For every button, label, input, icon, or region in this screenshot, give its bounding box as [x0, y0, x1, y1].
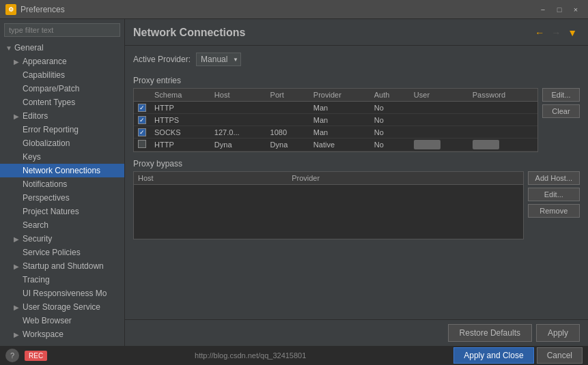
proxy-cell: No [370, 126, 410, 138]
sidebar-item-network-connections[interactable]: Network Connections [0, 164, 124, 177]
proxy-cell [468, 126, 537, 138]
proxy-bypass-section: Proxy bypass HostProvider Add Host... Ed… [133, 159, 580, 239]
status-left: ? REC [5, 349, 47, 362]
proxy-cell [468, 114, 537, 126]
sidebar-item-label: Notifications [23, 179, 67, 189]
proxy-cell: No [370, 138, 410, 151]
proxy-cell: Man [309, 126, 370, 138]
proxy-col-header: Provider [309, 89, 370, 102]
sidebar-item-search[interactable]: Search [0, 218, 124, 232]
proxy-checkbox-cell [134, 114, 150, 126]
apply-close-button[interactable]: Apply and Close [453, 347, 533, 364]
title-bar-title: Preferences [20, 5, 532, 14]
sidebar-item-label: General [14, 43, 44, 53]
active-provider-row: Active Provider: DirectManualNative [133, 53, 580, 66]
sidebar-item-web-browser[interactable]: Web Browser [0, 314, 124, 327]
sidebar-item-keys[interactable]: Keys [0, 150, 124, 164]
sidebar-item-appearance[interactable]: ▶Appearance [0, 55, 124, 68]
proxy-cell: ████ [468, 138, 537, 151]
proxy-entries-table: SchemaHostPortProviderAuthUserPasswordHT… [134, 89, 537, 151]
proxy-cell [266, 102, 309, 114]
sidebar-item-security[interactable]: ▶Security [0, 232, 124, 246]
proxy-checkbox-cell [134, 138, 150, 151]
list-item [134, 209, 523, 222]
minimize-button[interactable]: − [536, 4, 550, 15]
proxy-checkbox[interactable] [138, 140, 146, 148]
proxy-checkbox-cell [134, 102, 150, 114]
proxy-side-buttons: Edit... Clear [542, 88, 580, 152]
sidebar-item-globalization[interactable]: Globalization [0, 136, 124, 150]
sidebar-item-workspace[interactable]: ▶Workspace [0, 327, 124, 341]
table-row[interactable]: HTTPDynaDynaNativeNo████████ [134, 138, 537, 151]
proxy-bypass-table-wrapper: HostProvider [133, 171, 524, 239]
sidebar-item-label: Capabilities [23, 70, 65, 80]
edit-proxy-button[interactable]: Edit... [542, 88, 580, 102]
sidebar-item-perspectives[interactable]: Perspectives [0, 191, 124, 205]
proxy-cell [410, 126, 468, 138]
proxy-cell [266, 114, 309, 126]
main-container: ▼General▶AppearanceCapabilitiesCompare/P… [0, 19, 588, 365]
proxy-checkbox[interactable] [138, 104, 146, 112]
sidebar-item-capabilities[interactable]: Capabilities [0, 68, 124, 82]
panel-header: Network Connections ← → ▼ [125, 19, 588, 46]
sidebar-item-error-reporting[interactable]: Error Reporting [0, 123, 124, 136]
nav-back-button[interactable]: ← [532, 26, 547, 40]
restore-defaults-button[interactable]: Restore Defaults [448, 324, 532, 342]
sidebar-item-ui-responsiveness[interactable]: UI Responsiveness Mo [0, 287, 124, 300]
table-row[interactable]: SOCKS127.0...1080ManNo [134, 126, 537, 138]
remove-button[interactable]: Remove [528, 204, 580, 218]
edit-bypass-button[interactable]: Edit... [528, 188, 580, 201]
sidebar-item-editors[interactable]: ▶Editors [0, 109, 124, 123]
proxy-entries-table-section: SchemaHostPortProviderAuthUserPasswordHT… [133, 88, 580, 152]
title-bar: ⚙ Preferences − □ × [0, 0, 588, 19]
sidebar: ▼General▶AppearanceCapabilitiesCompare/P… [0, 19, 125, 346]
proxy-entries-section: Proxy entries SchemaHostPortProviderAuth… [133, 76, 580, 152]
sidebar-item-label: Globalization [23, 138, 70, 148]
proxy-checkbox[interactable] [138, 116, 146, 124]
sidebar-item-service-policies[interactable]: Service Policies [0, 246, 124, 259]
nav-forward-button[interactable]: → [548, 26, 563, 40]
proxy-checkbox[interactable] [138, 128, 146, 136]
expand-arrow-icon: ▼ [5, 44, 12, 52]
proxy-col-header: User [410, 89, 468, 102]
sidebar-item-label: User Storage Service [23, 302, 100, 312]
content-area: ▼General▶AppearanceCapabilitiesCompare/P… [0, 19, 588, 346]
help-button[interactable]: ? [5, 349, 19, 362]
close-button[interactable]: × [569, 4, 583, 15]
proxy-col-header: Schema [150, 89, 210, 102]
sidebar-item-startup-shutdown[interactable]: ▶Startup and Shutdown [0, 259, 124, 273]
sidebar-item-compare-patch[interactable]: Compare/Patch [0, 82, 124, 96]
sidebar-item-notifications[interactable]: Notifications [0, 177, 124, 191]
add-host-button[interactable]: Add Host... [528, 171, 580, 185]
sidebar-item-project-natures[interactable]: Project Natures [0, 205, 124, 218]
expand-arrow-icon: ▶ [14, 113, 20, 120]
rec-button[interactable]: REC [25, 351, 47, 361]
bypass-col-header: Provider [288, 172, 522, 185]
cancel-button[interactable]: Cancel [537, 347, 583, 364]
proxy-bypass-table-section: HostProvider Add Host... Edit... Remove [133, 171, 580, 239]
panel-content: Active Provider: DirectManualNative Prox… [125, 46, 588, 319]
sidebar-item-label: Search [23, 220, 48, 230]
clear-button[interactable]: Clear [542, 104, 580, 118]
sidebar-item-tracing[interactable]: Tracing [0, 273, 124, 287]
active-provider-select[interactable]: DirectManualNative [196, 53, 241, 66]
list-item [134, 185, 523, 197]
sidebar-item-label: Workspace [23, 330, 64, 339]
sidebar-item-content-types[interactable]: Content Types [0, 96, 124, 109]
proxy-entries-table-wrapper: SchemaHostPortProviderAuthUserPasswordHT… [133, 88, 538, 152]
table-row[interactable]: HTTPSManNo [134, 114, 537, 126]
right-panel: Network Connections ← → ▼ Active Provide… [125, 19, 588, 346]
nav-dropdown-button[interactable]: ▼ [565, 26, 580, 40]
sidebar-item-general[interactable]: ▼General [0, 41, 124, 55]
sidebar-item-user-storage[interactable]: ▶User Storage Service [0, 300, 124, 314]
table-row[interactable]: HTTPManNo [134, 102, 537, 114]
apply-button[interactable]: Apply [536, 324, 580, 342]
filter-input[interactable] [4, 23, 120, 37]
expand-arrow-icon: ▶ [14, 304, 20, 311]
sidebar-item-label: Appearance [23, 57, 67, 66]
sidebar-item-label: Network Connections [23, 166, 100, 175]
maximize-button[interactable]: □ [552, 4, 566, 15]
nav-arrows: ← → ▼ [532, 26, 580, 40]
proxy-col-header: Port [266, 89, 309, 102]
proxy-bypass-label: Proxy bypass [133, 159, 580, 169]
